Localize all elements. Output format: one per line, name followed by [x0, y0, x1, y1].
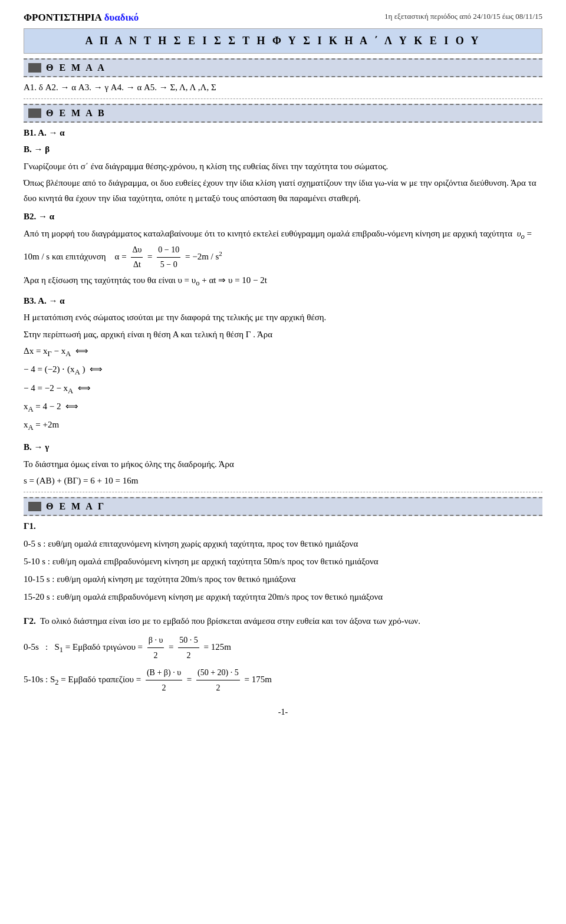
b2-fraction1: Δυ Δt [131, 243, 143, 272]
b3-text2: Στην περίπτωσή μας, αρχική είναι η θέση … [24, 327, 542, 343]
g2-s1-fraction1: β · υ 2 [147, 633, 164, 663]
b2-text1: Από τη μορφή του διαγράμματος καταλαβαίν… [24, 229, 512, 238]
b1-b-label: B. → β [24, 142, 542, 157]
g1-line2: 5-10 s : ευθ/μη ομαλά επιβραδυνόμενη κίν… [24, 554, 542, 570]
g2-s2: 5-10s : S2 = Εμβαδό τραπεζίου = (Β + β) … [24, 665, 542, 695]
g2-label: Γ2. Το ολικό διάστημα είναι ίσο με το εμ… [24, 613, 542, 629]
b2-text2: Άρα η εξίσωση της ταχύτητάς του θα είναι… [24, 273, 542, 290]
exam-period: 1η εξεταστική περιόδος από 24/10/15 έως … [384, 12, 542, 21]
brand-bold: δυαδικό [104, 12, 139, 23]
b1-text1: Γνωρίζουμε ότι σ΄ ένα διάγραμμα θέσης-χρ… [24, 159, 542, 175]
b3-eq2: − 4 = (−2) ⋅ (xΑ ) ⟺ [24, 362, 542, 379]
thema-a-header: Θ Ε Μ Α Α [24, 58, 542, 77]
b-gamma-eq: s = (ΑΒ) + (ΒΓ) = 6 + 10 = 16m [24, 473, 542, 489]
b3-eq3: − 4 = −2 − xΑ ⟺ [24, 381, 542, 397]
thema-g-content: Γ1. 0-5 s : ευθ/μη ομαλά επιταχυνόμενη κ… [24, 518, 542, 696]
g2-s1-fraction2: 50 · 5 2 [178, 633, 199, 663]
thema-g-title: Θ Ε Μ Α Γ [46, 501, 106, 512]
thema-a-icon [28, 63, 41, 73]
b3-eq1: Δx = xΓ − xΑ ⟺ [24, 344, 542, 360]
g2-s2-fraction2: (50 + 20) · 5 2 [196, 665, 240, 695]
page-header: ΦΡΟΝΤΙΣΤΗΡΙΑ δυαδικό 1η εξεταστική περιό… [24, 12, 542, 24]
thema-b-title: Θ Ε Μ Α Β [46, 108, 106, 119]
thema-g-header: Θ Ε Μ Α Γ [24, 497, 542, 516]
g2-s2-label: 5-10s : S2 = Εμβαδό τραπεζίου = [24, 675, 141, 684]
b3-text1: Η μετατόπιση ενός σώματος ισούται με την… [24, 310, 542, 325]
thema-b-icon [28, 108, 41, 118]
page-number: -1- [24, 708, 542, 717]
thema-a-content: A1. δ A2. → α A3. → γ A4. → α A5. → Σ, Λ… [24, 80, 542, 96]
brand: ΦΡΟΝΤΙΣΤΗΡΙΑ δυαδικό [24, 12, 139, 24]
b-gamma-text1: Το διάστημα όμως είναι το μήκος όλης της… [24, 457, 542, 472]
thema-a-title: Θ Ε Μ Α Α [46, 63, 106, 73]
a1-answers: A1. δ A2. → α A3. → γ A4. → α A5. → Σ, Λ… [24, 80, 542, 96]
g1-line1: 0-5 s : ευθ/μη ομαλά επιταχυνόμενη κίνησ… [24, 536, 542, 552]
b3-eq5: xΑ = +2m [24, 417, 542, 434]
g2-text: Το ολικό διάστημα είναι ίσο με το εμβαδό… [40, 616, 420, 626]
main-title: Α Π Α Ν Τ Η Σ Ε Ι Σ Σ Τ Η Φ Υ Σ Ι Κ Η Α … [24, 28, 542, 54]
b3-label: B3. A. → α [24, 294, 542, 309]
thema-g-icon [28, 502, 41, 511]
g1-line4: 15-20 s : ευθ/μη ομαλά επιβραδυνόμενη κί… [24, 589, 542, 605]
b2-text: Από τη μορφή του διαγράμματος καταλαβαίν… [24, 226, 542, 272]
b3-eq4: xΑ = 4 − 2 ⟺ [24, 399, 542, 416]
g1-line3: 10-15 s : ευθ/μη ομαλή κίνηση με ταχύτητ… [24, 571, 542, 587]
g2-s1: 0-5s : S1 = Εμβαδό τριγώνου = β · υ 2 = … [24, 633, 542, 663]
b1-text2: Όπως βλέπουμε από το διάγραμμα, οι δυο ε… [24, 176, 542, 206]
thema-b-header: Θ Ε Μ Α Β [24, 104, 542, 123]
brand-normal: ΦΡΟΝΤΙΣΤΗΡΙΑ [24, 12, 102, 23]
g2-s1-label: 0-5s : S1 = Εμβαδό τριγώνου = [24, 642, 143, 652]
g2-s2-fraction1: (Β + β) · υ 2 [146, 665, 182, 695]
b1-a-label: B1. A. → α [24, 126, 542, 141]
b2-label: B2. → α [24, 209, 542, 225]
g1-label: Γ1. [24, 518, 542, 534]
thema-b-content: B1. A. → α B. → β Γνωρίζουμε ότι σ΄ ένα … [24, 126, 542, 489]
b-gamma-label: B. → γ [24, 440, 542, 455]
b2-fraction2: 0 − 10 5 − 0 [157, 243, 180, 272]
